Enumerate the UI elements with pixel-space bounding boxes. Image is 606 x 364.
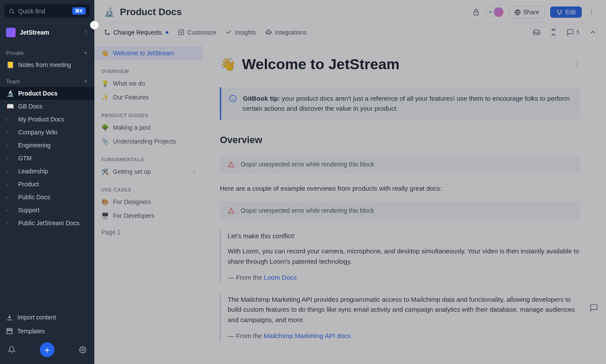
sidebar-item-gtm[interactable]: ›GTM (0, 152, 94, 165)
chevron-right-icon: › (6, 207, 14, 214)
page-emoji[interactable]: 👋 (220, 57, 236, 72)
book-icon: 📖 (6, 103, 14, 110)
tab-row: Change Requests Customize Insights Integ… (94, 23, 606, 42)
tools-icon: 🛠️ (101, 168, 109, 175)
notes-icon: 📒 (6, 61, 14, 68)
add-comment-button[interactable] (590, 303, 598, 312)
globe-icon (514, 9, 521, 16)
tree-item-what-we-do[interactable]: 💡What we do (94, 77, 202, 90)
workspace-switcher[interactable]: JetStream (0, 22, 94, 43)
history-button[interactable] (550, 29, 557, 36)
tree-group-usecases: USE CASES (94, 179, 202, 195)
new-content-fab[interactable]: ＋ (40, 342, 55, 357)
sidebar-item-leadership[interactable]: ›Leadership (0, 165, 94, 178)
chart-icon (226, 29, 232, 35)
warning-icon (228, 161, 235, 168)
tree-group-guides: PRODUCT GUIDES (94, 104, 202, 121)
branch-icon (104, 29, 110, 35)
bell-icon (8, 346, 16, 354)
more-menu-button[interactable]: ⋮ (587, 9, 596, 16)
sidebar-collapse-handle[interactable]: ‹ (90, 21, 99, 29)
search-icon (9, 8, 15, 14)
comments-button[interactable]: 5 (567, 29, 580, 36)
intro-paragraph[interactable]: Here are a couple of example overviews f… (220, 185, 580, 192)
tree-item-making-post[interactable]: 🌳Making a post (94, 121, 202, 134)
info-icon (229, 95, 237, 113)
tab-customize[interactable]: Customize (178, 29, 216, 36)
comment-icon (590, 303, 598, 312)
sidebar-item-product[interactable]: ›Product (0, 178, 94, 191)
tree-item-welcome[interactable]: 👋Welcome to JetStream (94, 46, 202, 60)
sidebar-item-my-product-docs[interactable]: ›My Product Docs (0, 113, 94, 126)
gear-icon (79, 346, 87, 354)
collapse-panel-button[interactable] (589, 29, 596, 36)
page-number: Page 1 (94, 223, 202, 242)
comment-icon (567, 29, 574, 36)
sidebar-item-support[interactable]: ›Support (0, 204, 94, 217)
hourglass-icon (550, 29, 557, 36)
page-title[interactable]: Welcome to JetStream (242, 56, 400, 73)
sidebar-item-engineering[interactable]: ›Engineering (0, 139, 94, 152)
tree-item-developers[interactable]: 🖥️For Developers (94, 209, 202, 223)
sparkles-icon: ✨ (101, 94, 109, 101)
sidebar-item-product-docs[interactable]: 🔬 Product Docs (0, 87, 94, 100)
sidebar-item-gb-docs[interactable]: 📖 GB Docs (0, 100, 94, 113)
chevron-right-icon: › (6, 142, 14, 149)
sliders-icon (178, 29, 184, 35)
notifications-button[interactable] (8, 346, 16, 354)
tree-item-understanding[interactable]: 📎Understanding Projects (94, 134, 202, 148)
inbox-icon (533, 29, 540, 36)
callout-block[interactable]: GitBook tip: your product docs aren't ju… (220, 87, 580, 120)
import-icon (6, 314, 13, 321)
svg-point-10 (105, 30, 106, 32)
chevron-right-icon: › (6, 129, 14, 136)
chevron-right-icon: › (193, 168, 195, 175)
palette-icon: 🎨 (101, 198, 109, 205)
svg-point-4 (82, 349, 84, 351)
topbar: 🔬 Product Docs ＋ Share Edit ⋮ (94, 0, 606, 23)
link-mailchimp-docs[interactable]: Mailchimp Marketing API docs (264, 332, 351, 339)
page-more-button[interactable]: ⋮ (574, 61, 580, 68)
tree-item-getting-setup[interactable]: 🛠️Getting set up› (94, 165, 202, 179)
edit-button[interactable]: Edit (550, 6, 582, 18)
add-private-button[interactable]: ＋ (83, 49, 88, 57)
tree-item-features[interactable]: ✨Our Features (94, 90, 202, 104)
svg-point-0 (10, 9, 13, 13)
sidebar-item-company-wiki[interactable]: ›Company Wiki (0, 126, 94, 139)
share-button[interactable]: Share (509, 6, 545, 18)
unread-dot (166, 31, 168, 34)
link-loom-docs[interactable]: Loom Docs (264, 274, 297, 281)
import-content-button[interactable]: Import content (0, 310, 94, 324)
sidebar-item-public-jetstream[interactable]: ›Public JetStream Docs (0, 217, 94, 230)
settings-button[interactable] (79, 346, 87, 354)
tree-item-designers[interactable]: 🎨For Designers (94, 195, 202, 209)
quick-find-input[interactable]: Quick find ⌘K (4, 4, 90, 18)
monitor-icon: 🖥️ (101, 212, 109, 219)
quote-loom[interactable]: Let's make this conflict! With Loom, you… (220, 230, 580, 283)
tree-group-overview: OVERVIEW (94, 60, 202, 77)
tab-integrations[interactable]: Integrations (265, 29, 306, 36)
workspace-logo (6, 28, 16, 37)
sidebar-item-notes[interactable]: 📒 Notes from meeting (0, 58, 94, 71)
microscope-icon: 🔬 (6, 90, 14, 97)
lock-button[interactable] (472, 8, 480, 16)
templates-icon (6, 328, 13, 335)
chevron-right-icon: › (6, 116, 14, 123)
private-section-header: Private ＋ (0, 43, 94, 58)
tab-insights[interactable]: Insights (226, 29, 256, 36)
sidebar-item-public-docs[interactable]: ›Public Docs (0, 191, 94, 204)
templates-button[interactable]: Templates (0, 324, 94, 338)
paperclip-icon: 📎 (101, 138, 109, 145)
inbox-button[interactable] (533, 29, 540, 36)
svg-line-1 (13, 12, 14, 13)
add-member-button[interactable]: ＋ (485, 7, 503, 17)
tab-change-requests[interactable]: Change Requests (104, 29, 168, 36)
left-sidebar: Quick find ⌘K JetStream Private ＋ 📒 Note… (0, 0, 94, 364)
workspace-name: JetStream (20, 29, 49, 36)
avatar (494, 7, 503, 17)
tree-group-fundamentals: FUNDAMENTALS (94, 148, 202, 165)
add-team-button[interactable]: ＋ (83, 77, 88, 85)
quote-mailchimp[interactable]: The Mailchimp Marketing API provides pro… (220, 294, 580, 342)
heading-overview[interactable]: Overview (220, 134, 580, 146)
quick-find-placeholder: Quick find (18, 8, 45, 15)
